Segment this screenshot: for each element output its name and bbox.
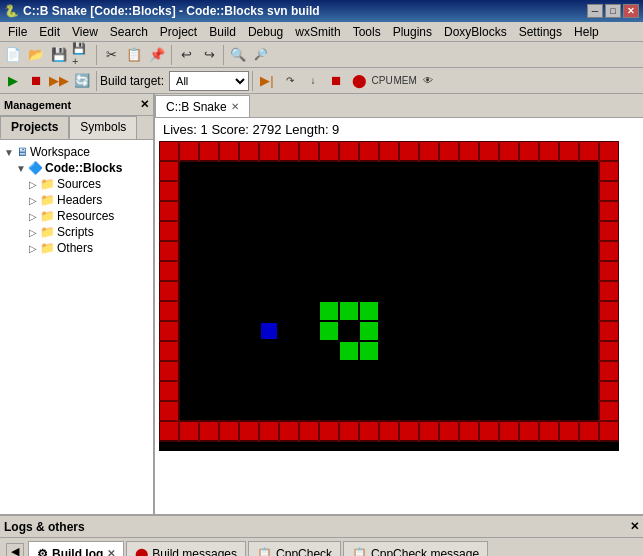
tab-cppcheck[interactable]: 📋 CppCheck — [248, 541, 341, 556]
build-target-label: Build target: — [100, 74, 164, 88]
replace-button[interactable]: 🔎 — [250, 44, 272, 66]
cppcheck-message-icon: 📋 — [352, 547, 367, 557]
workspace-icon: 🖥 — [16, 145, 28, 159]
save-button[interactable]: 💾 — [48, 44, 70, 66]
redo-button[interactable]: ↪ — [198, 44, 220, 66]
folder-others-icon: 📁 — [40, 241, 55, 255]
build-log-close-icon[interactable]: ✕ — [107, 548, 115, 556]
resources-label: Resources — [57, 209, 114, 223]
expand-resources[interactable]: ▷ — [28, 211, 38, 222]
menu-view[interactable]: View — [66, 23, 104, 41]
content-tabs: C::B Snake ✕ — [155, 94, 643, 118]
maximize-button[interactable]: □ — [605, 4, 621, 18]
debug-next-button[interactable]: ↓ — [302, 70, 324, 92]
tab-build-log[interactable]: ⚙ Build log ✕ — [28, 541, 124, 556]
tree-headers[interactable]: ▷ 📁 Headers — [4, 192, 149, 208]
cpu-registers-button[interactable]: CPU — [371, 70, 393, 92]
tree-others[interactable]: ▷ 📁 Others — [4, 240, 149, 256]
menu-search[interactable]: Search — [104, 23, 154, 41]
menu-tools[interactable]: Tools — [347, 23, 387, 41]
toolbar-build: ▶ ⏹ ▶▶ 🔄 Build target: All ▶| ↷ ↓ ⏹ ⬤ CP… — [0, 68, 643, 94]
menu-build[interactable]: Build — [203, 23, 242, 41]
debug-breakpoint-button[interactable]: ⬤ — [348, 70, 370, 92]
title-bar: 🐍 C::B Snake [Code::Blocks] - Code::Bloc… — [0, 0, 643, 22]
run-button[interactable]: ▶▶ — [48, 70, 70, 92]
workspace-label: Workspace — [30, 145, 90, 159]
menu-plugins[interactable]: Plugins — [387, 23, 438, 41]
toolbar2-sep-2 — [252, 71, 253, 91]
toolbar-main: 📄 📂 💾 💾+ ✂ 📋 📌 ↩ ↪ 🔍 🔎 — [0, 42, 643, 68]
menu-wxsmith[interactable]: wxSmith — [289, 23, 346, 41]
build-target-select[interactable]: All — [169, 71, 249, 91]
management-close-icon[interactable]: ✕ — [140, 98, 149, 111]
expand-headers[interactable]: ▷ — [28, 195, 38, 206]
build-button[interactable]: ▶ — [2, 70, 24, 92]
folder-headers-icon: 📁 — [40, 193, 55, 207]
scripts-label: Scripts — [57, 225, 94, 239]
bottom-header: Logs & others ✕ — [0, 516, 643, 538]
cppcheck-message-label: CppCheck message — [371, 547, 479, 557]
tree-resources[interactable]: ▷ 📁 Resources — [4, 208, 149, 224]
tab-symbols[interactable]: Symbols — [69, 116, 137, 139]
expand-project[interactable]: ▼ — [16, 163, 26, 174]
project-icon: 🔷 — [28, 161, 43, 175]
project-label: Code::Blocks — [45, 161, 122, 175]
headers-label: Headers — [57, 193, 102, 207]
open-button[interactable]: 📂 — [25, 44, 47, 66]
menu-help[interactable]: Help — [568, 23, 605, 41]
menu-debug[interactable]: Debug — [242, 23, 289, 41]
undo-button[interactable]: ↩ — [175, 44, 197, 66]
toolbar-sep-3 — [223, 45, 224, 65]
rebuild-button[interactable]: 🔄 — [71, 70, 93, 92]
debug-stop-button[interactable]: ⏹ — [325, 70, 347, 92]
folder-scripts-icon: 📁 — [40, 225, 55, 239]
tab-snake-game[interactable]: C::B Snake ✕ — [155, 95, 250, 117]
folder-resources-icon: 📁 — [40, 209, 55, 223]
sources-label: Sources — [57, 177, 101, 191]
project-tree: ▼ 🖥 Workspace ▼ 🔷 Code::Blocks ▷ 📁 Sourc… — [0, 140, 153, 514]
menu-file[interactable]: File — [2, 23, 33, 41]
bottom-header-close-icon[interactable]: ✕ — [630, 520, 639, 533]
tab-projects[interactable]: Projects — [0, 116, 69, 139]
snake-tab-close-icon[interactable]: ✕ — [231, 101, 239, 112]
game-area: Lives: 1 Score: 2792 Length: 9 — [155, 118, 643, 514]
minimize-button[interactable]: ─ — [587, 4, 603, 18]
cppcheck-icon: 📋 — [257, 547, 272, 557]
tree-project[interactable]: ▼ 🔷 Code::Blocks — [4, 160, 149, 176]
folder-sources-icon: 📁 — [40, 177, 55, 191]
tree-workspace[interactable]: ▼ 🖥 Workspace — [4, 144, 149, 160]
debug-step-button[interactable]: ↷ — [279, 70, 301, 92]
close-button[interactable]: ✕ — [623, 4, 639, 18]
bottom-header-title: Logs & others — [4, 520, 85, 534]
save-all-button[interactable]: 💾+ — [71, 44, 93, 66]
copy-button[interactable]: 📋 — [123, 44, 145, 66]
tree-scripts[interactable]: ▷ 📁 Scripts — [4, 224, 149, 240]
stop-button[interactable]: ⏹ — [25, 70, 47, 92]
menu-edit[interactable]: Edit — [33, 23, 66, 41]
left-panel: Management ✕ Projects Symbols ▼ 🖥 Worksp… — [0, 94, 155, 514]
snake-tab-label: C::B Snake — [166, 100, 227, 114]
paste-button[interactable]: 📌 — [146, 44, 168, 66]
cut-button[interactable]: ✂ — [100, 44, 122, 66]
new-button[interactable]: 📄 — [2, 44, 24, 66]
tree-sources[interactable]: ▷ 📁 Sources — [4, 176, 149, 192]
menu-bar: File Edit View Search Project Build Debu… — [0, 22, 643, 42]
bottom-tabs-left-arrow[interactable]: ◀ — [6, 543, 24, 557]
search-button[interactable]: 🔍 — [227, 44, 249, 66]
content-area: C::B Snake ✕ Lives: 1 Score: 2792 Length… — [155, 94, 643, 514]
build-messages-label: Build messages — [152, 547, 237, 557]
expand-others[interactable]: ▷ — [28, 243, 38, 254]
watches-button[interactable]: 👁 — [417, 70, 439, 92]
examine-memory-button[interactable]: MEM — [394, 70, 416, 92]
title-bar-left: 🐍 C::B Snake [Code::Blocks] - Code::Bloc… — [4, 4, 320, 18]
management-header: Management ✕ — [0, 94, 153, 116]
expand-workspace[interactable]: ▼ — [4, 147, 14, 158]
tab-cppcheck-message[interactable]: 📋 CppCheck message — [343, 541, 488, 556]
menu-settings[interactable]: Settings — [513, 23, 568, 41]
expand-scripts[interactable]: ▷ — [28, 227, 38, 238]
tab-build-messages[interactable]: ⬤ Build messages — [126, 541, 246, 556]
menu-project[interactable]: Project — [154, 23, 203, 41]
menu-doxyblocks[interactable]: DoxyBlocks — [438, 23, 513, 41]
expand-sources[interactable]: ▷ — [28, 179, 38, 190]
debug-start-button[interactable]: ▶| — [256, 70, 278, 92]
